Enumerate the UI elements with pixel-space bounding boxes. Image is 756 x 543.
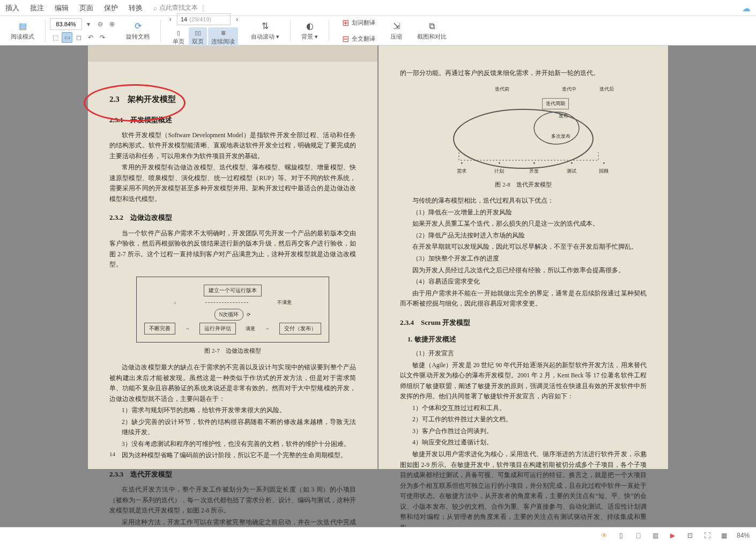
reading-mode-button[interactable]: ▤ 阅读模式 — [8, 19, 38, 43]
actual-size-icon[interactable]: ◻ — [73, 32, 84, 43]
zoom-in-button[interactable]: ⊕ — [107, 19, 117, 29]
rotate-right-icon[interactable]: ↷ — [97, 32, 108, 43]
zoom-dropdown[interactable]: ▾ — [83, 19, 94, 29]
double-page-button[interactable]: ▯▯双页 — [189, 27, 207, 46]
menu-insert[interactable]: 插入 — [5, 3, 19, 13]
compress-icon: ⇲ — [391, 21, 402, 32]
crop-icon: ⧉ — [427, 21, 438, 32]
background-button[interactable]: ◐ 背景 ▾ — [298, 19, 321, 43]
fit-page-icon[interactable]: ▭ — [62, 32, 72, 43]
background-icon: ◐ — [305, 21, 315, 32]
zoom-out-button[interactable]: ⊖ — [95, 19, 106, 29]
book-icon: ▤ — [17, 21, 28, 32]
menu-convert[interactable]: 转换 — [129, 3, 143, 13]
zoom-input[interactable] — [50, 18, 82, 30]
single-page-icon: ▯ — [177, 29, 180, 36]
search-box[interactable]: ⌕ 点此查找文本 ⋮ — [153, 3, 206, 12]
continuous-button[interactable]: ≣连续阅读 — [208, 27, 238, 46]
cloud-sync-icon[interactable]: ☁ — [742, 3, 751, 13]
single-page-button[interactable]: ▯单页 — [169, 27, 188, 46]
rotate-doc-button[interactable]: ⟳ 旋转文档 — [123, 19, 153, 43]
translate-full-icon: ⊟ — [340, 33, 351, 44]
rotate-icon: ⟳ — [132, 21, 143, 32]
translate-word-icon: ⊞ — [340, 17, 351, 28]
page-number-input[interactable]: 14 (29/419) — [177, 13, 231, 25]
full-translate-button[interactable]: ⊟全文翻译 — [337, 31, 379, 46]
menu-protect[interactable]: 保护 — [104, 3, 118, 13]
menu-edit[interactable]: 编辑 — [55, 3, 69, 13]
rotate-left-icon[interactable]: ↶ — [85, 32, 96, 43]
autoscroll-button[interactable]: ⇅ 自动滚动 ▾ — [248, 19, 283, 43]
prev-page-button[interactable]: ‹ — [165, 14, 176, 25]
search-icon: ⌕ — [153, 4, 157, 12]
menu-page[interactable]: 页面 — [79, 3, 93, 13]
crop-compare-button[interactable]: ⧉ 截图和对比 — [414, 19, 450, 43]
menu-annotate[interactable]: 批注 — [30, 3, 44, 13]
compress-button[interactable]: ⇲ 压缩 — [387, 19, 405, 43]
search-placeholder: 点此查找文本 — [159, 3, 198, 12]
double-page-icon: ▯▯ — [195, 29, 201, 36]
next-page-button[interactable]: › — [232, 14, 242, 25]
fit-width-icon[interactable]: ⬚ — [50, 32, 61, 43]
continuous-icon: ≣ — [221, 29, 226, 36]
autoscroll-icon: ⇅ — [260, 21, 271, 32]
select-translate-button[interactable]: ⊞划词翻译 — [337, 15, 379, 30]
